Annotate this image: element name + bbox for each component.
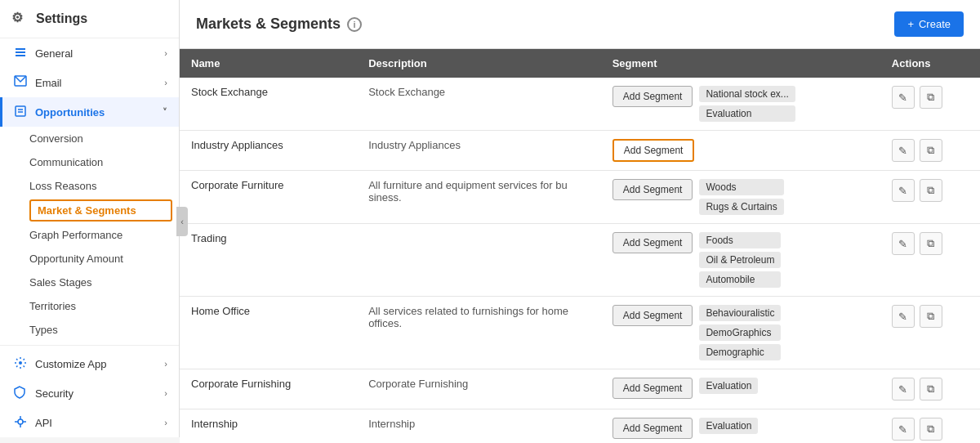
segment-tag: Evaluation xyxy=(699,105,795,122)
cell-actions: ✎⧉ xyxy=(880,409,980,444)
cell-actions: ✎⧉ xyxy=(880,369,980,409)
email-icon xyxy=(14,75,29,90)
svg-rect-2 xyxy=(16,55,25,56)
copy-button[interactable]: ⧉ xyxy=(920,86,942,109)
collapse-icon: ‹ xyxy=(180,217,184,226)
sidebar-item-types[interactable]: Types xyxy=(29,318,179,342)
table-container: Name Description Segment Actions Stock E… xyxy=(180,49,980,443)
segment-tag: Rugs & Curtains xyxy=(699,199,783,215)
settings-title: Settings xyxy=(36,11,87,26)
sidebar-item-territories[interactable]: Territories xyxy=(29,294,179,318)
cell-description: All services related to furnishings for … xyxy=(357,297,601,369)
cell-actions: ✎⧉ xyxy=(880,224,980,297)
add-segment-button[interactable]: Add Segment xyxy=(612,378,693,399)
copy-button[interactable]: ⧉ xyxy=(920,418,942,441)
svg-point-8 xyxy=(18,419,23,424)
cell-actions: ✎⧉ xyxy=(880,78,980,131)
segment-tags: WoodsRugs & Curtains xyxy=(699,179,783,215)
sidebar-item-opportunities[interactable]: Opportunities ˅ xyxy=(0,97,179,127)
sidebar-item-api[interactable]: API › xyxy=(0,408,179,437)
sidebar-item-graph-performance[interactable]: Graph Performance xyxy=(29,223,179,247)
cell-description xyxy=(357,224,601,297)
security-icon xyxy=(14,386,29,400)
copy-button[interactable]: ⧉ xyxy=(920,139,942,162)
cell-name: Trading xyxy=(180,224,357,297)
cell-actions: ✎⧉ xyxy=(880,297,980,369)
api-icon xyxy=(14,415,29,430)
customize-icon xyxy=(14,356,29,371)
edit-button[interactable]: ✎ xyxy=(892,378,915,400)
add-segment-button[interactable]: Add Segment xyxy=(612,179,693,200)
settings-header: ⚙ Settings xyxy=(0,0,179,38)
add-segment-button[interactable]: Add Segment xyxy=(612,139,695,162)
sidebar-item-email[interactable]: Email › xyxy=(0,68,179,97)
edit-button[interactable]: ✎ xyxy=(892,179,915,202)
edit-button[interactable]: ✎ xyxy=(892,86,915,109)
sidebar-collapse-handle[interactable]: ‹ xyxy=(176,207,188,236)
cell-description: Corporate Furnishing xyxy=(357,369,601,409)
cell-name: Stock Exchange xyxy=(180,78,357,131)
copy-button[interactable]: ⧉ xyxy=(920,305,942,328)
sidebar-item-conversion[interactable]: Conversion xyxy=(29,127,179,150)
col-segment: Segment xyxy=(601,49,880,78)
action-icons: ✎⧉ xyxy=(892,179,969,202)
col-description: Description xyxy=(357,49,601,78)
segment-tags: BehaviouralisticDemoGraphicsDemographic xyxy=(699,305,781,360)
table-row: Corporate FurnitureAll furniture and equ… xyxy=(180,171,980,224)
segment-tag: Foods xyxy=(699,232,781,248)
edit-button[interactable]: ✎ xyxy=(892,139,915,162)
edit-button[interactable]: ✎ xyxy=(892,418,915,441)
segment-tag: Automobile xyxy=(699,271,781,288)
svg-rect-0 xyxy=(16,48,25,50)
segment-tag: Evaluation xyxy=(699,418,758,434)
table-row: Industry AppliancesIndustry AppliancesAd… xyxy=(180,131,980,171)
copy-button[interactable]: ⧉ xyxy=(920,179,942,202)
sidebar-label-security: Security xyxy=(35,387,74,400)
edit-button[interactable]: ✎ xyxy=(892,305,915,328)
copy-button[interactable]: ⧉ xyxy=(920,232,942,255)
sidebar-item-customize-app[interactable]: Customize App › xyxy=(0,349,179,378)
segment-tag: Woods xyxy=(699,179,783,195)
action-icons: ✎⧉ xyxy=(892,305,969,328)
main-content: Markets & Segments i + Create Name Descr… xyxy=(180,0,980,443)
cell-segment: Add SegmentNational stock ex...Evaluatio… xyxy=(601,78,880,131)
segment-tag: Demographic xyxy=(699,344,781,360)
cell-segment: Add SegmentFoodsOil & PetroleumAutomobil… xyxy=(601,224,880,297)
sidebar-label-opportunities: Opportunities xyxy=(35,106,105,119)
edit-button[interactable]: ✎ xyxy=(892,232,915,255)
col-name: Name xyxy=(180,49,357,78)
create-plus-icon: + xyxy=(907,18,914,30)
create-label: Create xyxy=(919,18,951,30)
opportunities-submenu: Conversion Communication Loss Reasons Ma… xyxy=(0,127,179,342)
segment-tag: Evaluation xyxy=(699,378,758,394)
cell-segment: Add SegmentEvaluation xyxy=(601,369,880,409)
segment-tag: Behaviouralistic xyxy=(699,305,781,321)
add-segment-button[interactable]: Add Segment xyxy=(612,232,693,253)
cell-segment: Add SegmentEvaluation xyxy=(601,409,880,444)
cell-name: Corporate Furniture xyxy=(180,171,357,224)
action-icons: ✎⧉ xyxy=(892,139,969,162)
sidebar-item-market-segments[interactable]: Market & Segments xyxy=(29,199,172,222)
cell-segment: Add SegmentWoodsRugs & Curtains xyxy=(601,171,880,224)
copy-button[interactable]: ⧉ xyxy=(920,378,942,400)
sidebar-item-security[interactable]: Security › xyxy=(0,378,179,408)
table-row: Stock ExchangeStock ExchangeAdd SegmentN… xyxy=(180,78,980,131)
chevron-right-icon: › xyxy=(164,418,167,427)
main-header: Markets & Segments i + Create xyxy=(180,0,980,49)
sidebar-item-opportunity-amount[interactable]: Opportunity Amount xyxy=(29,247,179,271)
sidebar-item-loss-reasons[interactable]: Loss Reasons xyxy=(29,174,179,198)
cell-actions: ✎⧉ xyxy=(880,171,980,224)
chevron-right-icon: › xyxy=(164,78,167,87)
sidebar-item-sales-stages[interactable]: Sales Stages xyxy=(29,271,179,294)
action-icons: ✎⧉ xyxy=(892,378,969,400)
sidebar-item-general[interactable]: General › xyxy=(0,38,179,68)
sidebar-item-communication[interactable]: Communication xyxy=(29,150,179,174)
col-actions: Actions xyxy=(880,49,980,78)
create-button[interactable]: + Create xyxy=(894,11,964,37)
cell-name: Home Office xyxy=(180,297,357,369)
add-segment-button[interactable]: Add Segment xyxy=(612,86,693,107)
add-segment-button[interactable]: Add Segment xyxy=(612,418,693,439)
info-icon[interactable]: i xyxy=(347,17,362,32)
add-segment-button[interactable]: Add Segment xyxy=(612,305,693,326)
cell-name: Corporate Furnishing xyxy=(180,369,357,409)
